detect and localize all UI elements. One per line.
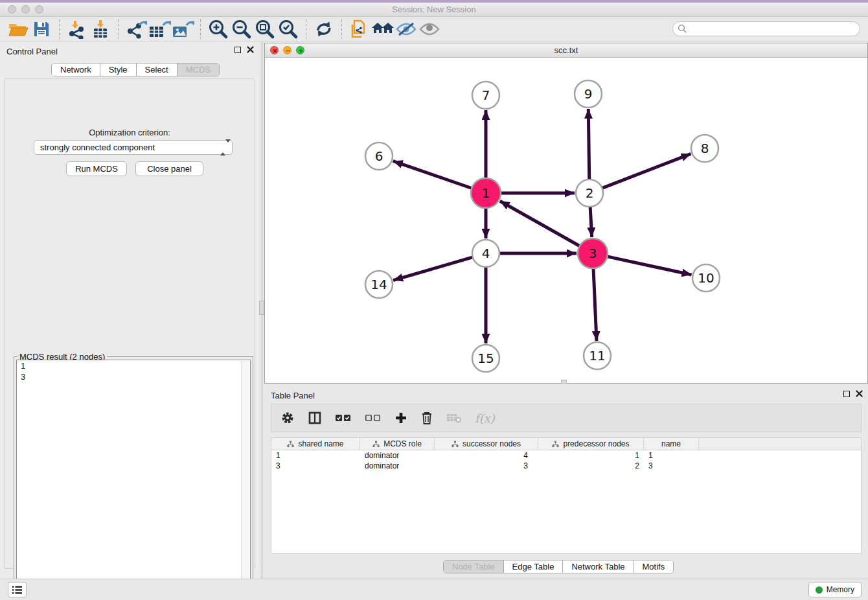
- tab-select[interactable]: Select: [136, 63, 177, 76]
- search-input[interactable]: [687, 23, 860, 35]
- search-box[interactable]: [672, 21, 860, 36]
- graph-node-label: 8: [701, 141, 709, 156]
- node-table-header: shared name MCDS role successor nodes pr…: [271, 438, 861, 450]
- add-column-icon[interactable]: [394, 408, 407, 428]
- show-all-eye-icon[interactable]: [418, 18, 441, 40]
- table-settings-gear-icon[interactable]: [280, 408, 295, 428]
- close-table-panel-icon[interactable]: [856, 390, 863, 397]
- export-network-icon[interactable]: [124, 18, 148, 40]
- mcds-result-textarea[interactable]: 1 3: [16, 360, 251, 600]
- control-panel: Control Panel Network Style Select MCDS …: [0, 41, 259, 579]
- zoom-fit-icon[interactable]: [253, 18, 277, 40]
- table-tabs: Node Table Edge Table Network Table Moti…: [443, 560, 674, 573]
- splitter-grip[interactable]: [259, 301, 264, 315]
- mcds-panel-body: Optimization criterion: strongly connect…: [4, 78, 255, 569]
- column-header-mcds-role[interactable]: MCDS role: [360, 438, 435, 450]
- refresh-icon[interactable]: [312, 18, 336, 40]
- node-table: shared name MCDS role successor nodes pr…: [271, 437, 862, 554]
- graph-node-label: 2: [586, 185, 594, 201]
- tab-network-table[interactable]: Network Table: [562, 560, 633, 573]
- graph-edge-3-1[interactable]: [500, 201, 580, 246]
- graph-edge-3-11[interactable]: [593, 268, 597, 341]
- float-panel-icon[interactable]: [234, 47, 241, 53]
- graph-edge-3-10[interactable]: [607, 257, 691, 275]
- graph-node-label: 1: [482, 185, 490, 201]
- tab-style[interactable]: Style: [100, 63, 136, 76]
- home-icon[interactable]: [371, 18, 394, 40]
- memory-label: Memory: [827, 585, 854, 594]
- criterion-select[interactable]: strongly connected component: [34, 140, 233, 155]
- main-toolbar: [0, 17, 868, 41]
- table-row[interactable]: 1 dominator 4 1 1: [271, 450, 861, 461]
- export-image-icon[interactable]: [171, 18, 194, 40]
- column-visibility-icon[interactable]: [308, 408, 322, 428]
- run-mcds-button[interactable]: Run MCDS: [66, 161, 127, 176]
- cell-shared-name[interactable]: 3: [271, 461, 360, 471]
- table-toolbar: f(x): [271, 404, 862, 432]
- status-bar: Memory: [0, 579, 868, 600]
- tab-mcds[interactable]: MCDS: [177, 63, 219, 76]
- graph-edge-1-6[interactable]: [393, 161, 472, 189]
- deselect-all-icon[interactable]: [365, 408, 382, 428]
- toolbar-separator: [118, 19, 119, 39]
- hide-selected-eye-icon[interactable]: [394, 18, 418, 40]
- cell-name[interactable]: 1: [644, 450, 699, 461]
- select-all-icon[interactable]: [335, 408, 352, 428]
- control-panel-header: Control Panel: [0, 41, 259, 60]
- graph-node-label: 6: [375, 148, 383, 164]
- close-panel-button[interactable]: Close panel: [135, 161, 203, 176]
- cell-successor-nodes[interactable]: 3: [435, 461, 538, 471]
- zoom-selected-icon[interactable]: [277, 18, 300, 40]
- cell-predecessor-nodes[interactable]: 1: [538, 450, 644, 461]
- hierarchy-icon: [287, 441, 294, 448]
- tab-node-table[interactable]: Node Table: [444, 560, 503, 573]
- import-network-icon[interactable]: [65, 18, 89, 40]
- graph-edge-2-8[interactable]: [602, 154, 691, 188]
- network-graph[interactable]: 1234678910111415: [265, 58, 867, 383]
- cell-shared-name[interactable]: 1: [271, 450, 360, 461]
- open-folder-icon[interactable]: [6, 18, 30, 40]
- network-view-window: scc.txt 1234678910111415: [264, 43, 868, 384]
- column-header-predecessor-nodes[interactable]: predecessor nodes: [538, 438, 644, 450]
- export-table-icon[interactable]: [148, 18, 171, 40]
- tab-edge-table[interactable]: Edge Table: [503, 560, 563, 573]
- close-panel-icon[interactable]: [247, 46, 254, 53]
- tab-network[interactable]: Network: [52, 63, 100, 76]
- result-scrollbar[interactable]: [241, 361, 249, 600]
- graph-edge-2-9[interactable]: [588, 109, 589, 179]
- column-header-shared-name[interactable]: shared name: [271, 438, 360, 450]
- delete-column-icon[interactable]: [420, 408, 433, 428]
- result-line: 3: [17, 371, 250, 382]
- optimization-criterion-label: Optimization criterion:: [5, 128, 255, 137]
- cell-predecessor-nodes[interactable]: 2: [538, 461, 644, 471]
- zoom-in-icon[interactable]: [207, 18, 230, 40]
- panel-splitter[interactable]: [259, 41, 264, 579]
- column-header-name[interactable]: name: [644, 438, 699, 450]
- select-spinner-icon: [220, 143, 228, 153]
- graph-edge-2-3[interactable]: [590, 207, 592, 237]
- copy-style-icon[interactable]: [348, 18, 371, 40]
- network-window-titlebar[interactable]: scc.txt: [265, 43, 867, 58]
- hierarchy-icon: [552, 441, 559, 448]
- graph-node-label: 7: [482, 87, 490, 103]
- memory-button[interactable]: Memory: [808, 582, 862, 597]
- network-resize-grip[interactable]: [561, 380, 567, 384]
- import-table-icon[interactable]: [89, 18, 112, 40]
- column-header-successor-nodes[interactable]: successor nodes: [435, 438, 538, 450]
- app-title: Session: New Session: [0, 5, 868, 14]
- graph-edge-4-14[interactable]: [393, 257, 473, 281]
- cell-mcds-role[interactable]: dominator: [360, 461, 435, 471]
- table-panel-title: Table Panel: [271, 391, 315, 400]
- zoom-out-icon[interactable]: [230, 18, 253, 40]
- save-icon[interactable]: [30, 18, 53, 40]
- table-row[interactable]: 3 dominator 3 2 3: [271, 461, 861, 471]
- task-history-button[interactable]: [8, 582, 27, 597]
- cell-mcds-role[interactable]: dominator: [360, 450, 435, 461]
- float-table-panel-icon[interactable]: [843, 391, 850, 397]
- graph-node-label: 9: [584, 86, 593, 102]
- graph-node-label: 14: [371, 277, 387, 292]
- tab-motifs[interactable]: Motifs: [634, 560, 674, 573]
- cell-name[interactable]: 3: [644, 461, 699, 471]
- cell-successor-nodes[interactable]: 4: [435, 450, 538, 461]
- table-panel: Table Panel f(x): [264, 386, 868, 579]
